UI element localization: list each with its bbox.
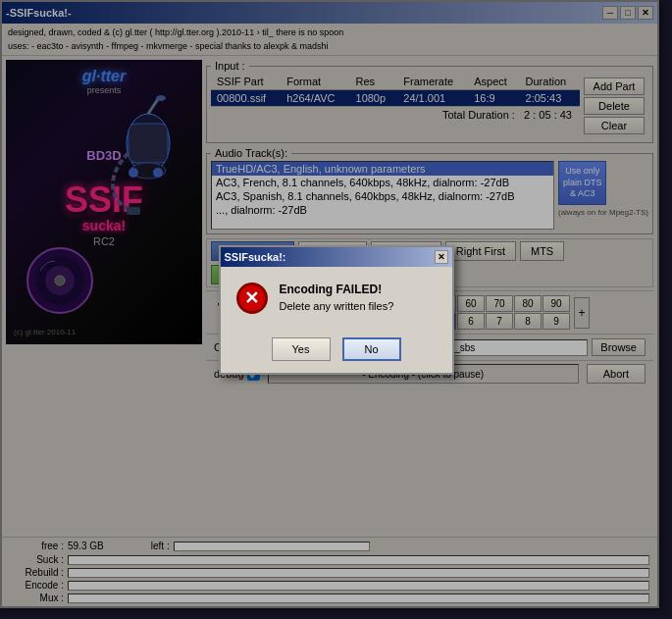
dialog-buttons: Yes No [221, 330, 452, 373]
dialog-overlay: SSIFsucka!: ✕ ✕ Encoding FAILED! Delete … [0, 0, 672, 619]
dialog-yes-button[interactable]: Yes [272, 337, 331, 361]
dialog-no-button[interactable]: No [342, 337, 401, 361]
error-icon: ✕ [236, 283, 268, 314]
dialog: SSIFsucka!: ✕ ✕ Encoding FAILED! Delete … [219, 245, 454, 375]
dialog-close-button[interactable]: ✕ [435, 250, 448, 264]
dialog-content: ✕ Encoding FAILED! Delete any written fi… [221, 267, 452, 330]
dialog-sub-message: Delete any written files? [280, 300, 437, 312]
dialog-main-message: Encoding FAILED! [280, 283, 437, 296]
dialog-text: Encoding FAILED! Delete any written file… [280, 283, 437, 312]
dialog-title-bar: SSIFsucka!: ✕ [221, 247, 452, 267]
dialog-title: SSIFsucka!: [225, 251, 286, 263]
